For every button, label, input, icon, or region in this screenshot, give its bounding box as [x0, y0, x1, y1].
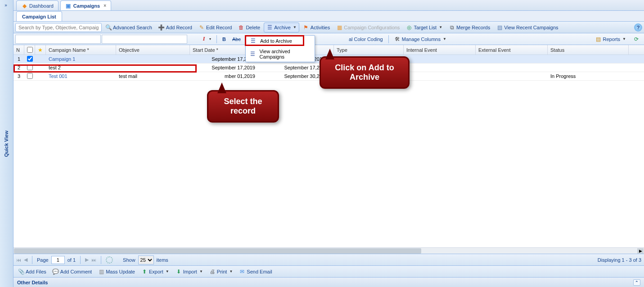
- print-label: Print: [217, 269, 227, 274]
- refresh-button[interactable]: ⟳: [630, 34, 642, 44]
- edit-record-button[interactable]: ✎Edit Record: [196, 23, 234, 32]
- main-toolbar: 🔍Advanced Search ➕Add Record ✎Edit Recor…: [14, 22, 644, 33]
- campaign-name-cell: test 2: [46, 65, 116, 70]
- col-header-type[interactable]: Type: [334, 45, 404, 55]
- filter-input-1[interactable]: [15, 35, 101, 44]
- search-input[interactable]: [15, 23, 102, 32]
- archive-icon: ☰: [249, 38, 257, 44]
- help-icon[interactable]: ?: [634, 23, 642, 32]
- merge-records-button[interactable]: ⧉Merge Records: [446, 23, 493, 32]
- add-to-archive-item[interactable]: ☰Add to Archive: [246, 36, 315, 46]
- advanced-search-button[interactable]: 🔍Advanced Search: [103, 23, 155, 32]
- scrollbar-right-arrow[interactable]: ▶: [637, 248, 644, 254]
- import-icon: ⬇: [176, 269, 182, 275]
- col-header-external-event[interactable]: External Event: [476, 45, 548, 55]
- tab-dashboard-label: Dashboard: [29, 3, 54, 9]
- horizontal-scrollbar[interactable]: ▶: [14, 247, 644, 254]
- col-header-star[interactable]: ★: [35, 45, 46, 55]
- other-details-bar[interactable]: Other Details ⌃: [14, 277, 644, 287]
- row-checkbox[interactable]: [27, 73, 33, 79]
- strike-icon: Abc: [232, 36, 241, 42]
- pager-next-icon[interactable]: ▶: [85, 257, 89, 263]
- manage-columns-label: Manage Columns: [402, 36, 441, 42]
- activities-label: Activities: [311, 25, 330, 30]
- gear-icon: 🛠: [394, 36, 401, 42]
- callout-click-archive: Click on Add to Archive: [320, 56, 410, 89]
- view-archived-item[interactable]: ☰View archived Campaigns: [246, 46, 315, 62]
- import-button[interactable]: ⬇Import▼: [173, 267, 206, 277]
- add-record-button[interactable]: ➕Add Record: [156, 23, 195, 32]
- clear-format-button[interactable]: I▾: [198, 34, 214, 44]
- import-label: Import: [183, 269, 197, 274]
- pager-page-input[interactable]: [51, 256, 65, 264]
- view-recent-label: View Recent Campaigns: [504, 25, 558, 30]
- send-email-button[interactable]: ✉Send Email: [236, 267, 275, 277]
- filter-input-2[interactable]: [102, 35, 187, 44]
- pager-items-label: items: [157, 257, 168, 263]
- status-cell: In Progress: [548, 73, 629, 79]
- module-tabs: ◆ Dashboard ▣ Campaigns ×: [14, 0, 644, 11]
- row-checkbox[interactable]: [27, 64, 33, 70]
- activities-button[interactable]: ⚑Activities: [300, 23, 333, 32]
- target-icon: ◎: [406, 24, 412, 31]
- select-all-checkbox[interactable]: [27, 47, 33, 53]
- add-comment-button[interactable]: 💬Add Comment: [50, 267, 95, 277]
- close-tab-icon[interactable]: ×: [104, 3, 106, 8]
- advanced-search-label: Advanced Search: [113, 25, 152, 30]
- collapse-icon[interactable]: ⌃: [633, 279, 640, 286]
- chevron-down-icon: ▼: [439, 25, 442, 29]
- delete-button[interactable]: 🗑Delete: [235, 23, 263, 32]
- target-list-button[interactable]: ◎Target List▼: [403, 23, 445, 32]
- col-header-status[interactable]: Status: [548, 45, 629, 55]
- campaign-icon: ▣: [65, 3, 72, 9]
- add-comment-label: Add Comment: [60, 269, 92, 274]
- conditional-color-button[interactable]: al Color Coding: [346, 34, 386, 44]
- archive-button[interactable]: ☰Archive▼: [264, 23, 299, 32]
- bold-button[interactable]: B: [220, 34, 229, 44]
- manage-columns-button[interactable]: 🛠Manage Columns▼: [392, 34, 449, 44]
- start-date-cell: mber 01,2019: [190, 73, 264, 79]
- chevron-down-icon: ▼: [622, 37, 626, 41]
- chevron-down-icon: ▾: [209, 37, 211, 41]
- start-date-cell: September 17,2019: [190, 65, 264, 70]
- pager-last-icon[interactable]: ⏭: [91, 257, 96, 263]
- campaign-configurations-label: Campaign Configurations: [344, 25, 400, 30]
- conditional-color-label: al Color Coding: [349, 36, 383, 42]
- format-toolbar: I▾ B Abc ≡▾ al Color Coding 🛠Manage Colu…: [14, 33, 644, 45]
- expand-quick-view-icon[interactable]: »: [2, 2, 10, 10]
- reports-label: Reports: [603, 36, 621, 42]
- reports-button[interactable]: ▤Reports▼: [593, 34, 629, 44]
- add-record-label: Add Record: [166, 25, 192, 30]
- edit-record-label: Edit Record: [206, 25, 232, 30]
- tab-dashboard[interactable]: ◆ Dashboard: [16, 0, 59, 10]
- col-header-checkbox[interactable]: [24, 45, 35, 55]
- print-button[interactable]: 🖨Print▼: [207, 267, 236, 277]
- row-checkbox[interactable]: [27, 56, 33, 62]
- config-icon: ▦: [336, 24, 342, 31]
- search-icon: 🔍: [105, 24, 112, 31]
- pager-of-label: of 1: [68, 257, 76, 263]
- strike-button[interactable]: Abc: [230, 34, 243, 44]
- col-header-objective[interactable]: Objective: [116, 45, 190, 55]
- pager-size-select[interactable]: 25: [138, 255, 154, 264]
- clear-format-icon: I: [201, 36, 207, 42]
- col-header-campaign-name[interactable]: Campaign Name *: [46, 45, 116, 55]
- pager-prev-icon[interactable]: ◀: [24, 257, 27, 263]
- col-header-n[interactable]: N: [14, 45, 24, 55]
- view-recent-button[interactable]: ▤View Recent Campaigns: [494, 23, 561, 32]
- mass-update-button[interactable]: ▥Mass Update: [95, 267, 138, 277]
- campaign-name-link[interactable]: Test 001: [46, 73, 116, 79]
- pager-first-icon[interactable]: ⏮: [16, 257, 21, 263]
- quick-view-panel[interactable]: » Quick View: [0, 0, 14, 287]
- export-button[interactable]: ⬆Export▼: [139, 267, 172, 277]
- scrollbar-thumb[interactable]: [14, 248, 421, 254]
- campaign-configurations-button[interactable]: ▦Campaign Configurations: [333, 23, 402, 32]
- view-archived-label: View archived Campaigns: [259, 49, 311, 59]
- tab-campaigns[interactable]: ▣ Campaigns ×: [60, 0, 111, 10]
- add-files-button[interactable]: 📎Add Files: [15, 267, 49, 277]
- delete-label: Delete: [246, 25, 260, 30]
- pager-refresh-icon[interactable]: [106, 256, 113, 264]
- col-header-internal-event[interactable]: Internal Event: [404, 45, 476, 55]
- tab-campaign-list[interactable]: Campaign List: [16, 11, 62, 21]
- campaign-name-link[interactable]: Campaign 1: [46, 56, 116, 62]
